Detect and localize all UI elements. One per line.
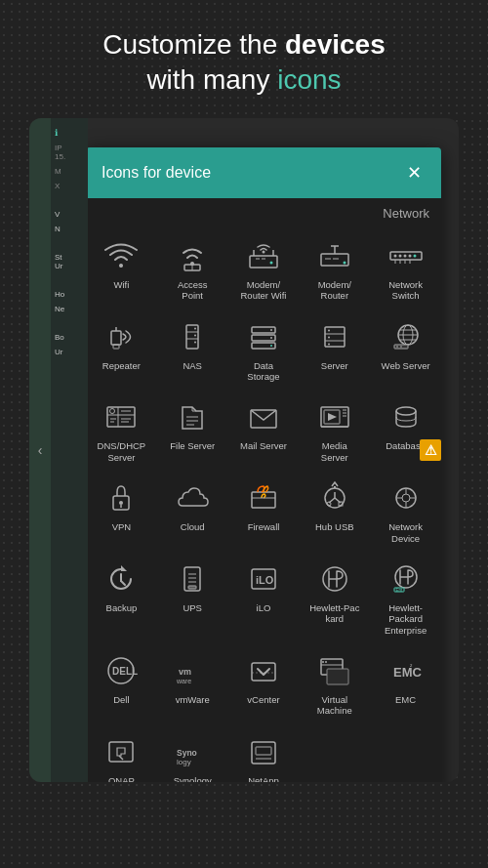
icon-vpn-label: VPN: [112, 521, 132, 532]
icon-backup[interactable]: Backup: [86, 552, 157, 643]
icon-server-label: Server: [321, 360, 348, 371]
svg-point-22: [413, 254, 416, 257]
header-icons: icons: [277, 64, 341, 95]
icon-netapp-label: NetApp: [248, 775, 279, 782]
n-label: N: [55, 225, 84, 233]
icon-network-switch[interactable]: NetworkSwitch: [370, 228, 441, 310]
icon-backup-label: Backup: [106, 602, 138, 613]
dialog-title: Icons for device: [102, 164, 211, 182]
ho-label: Ho: [55, 290, 84, 299]
icon-wifi[interactable]: Wifi: [86, 228, 157, 310]
svg-point-34: [194, 334, 196, 336]
icon-modem-router-wifi[interactable]: Modem/Router Wifi: [228, 228, 300, 310]
icon-hub-usb-label: Hub USB: [315, 521, 354, 532]
icon-dell-label: Dell: [113, 694, 129, 705]
svg-rect-4: [250, 256, 277, 268]
svg-text:EMC: EMC: [393, 665, 423, 680]
icon-synology[interactable]: Syno logy Synology: [157, 724, 228, 782]
svg-rect-102: [188, 586, 196, 589]
icon-hp[interactable]: Hewlett-Packard: [299, 552, 370, 643]
svg-point-19: [398, 254, 401, 257]
icon-hub-usb[interactable]: Hub USB: [299, 471, 370, 552]
svg-point-46: [328, 336, 330, 338]
svg-rect-56: [107, 407, 135, 427]
icon-ilo[interactable]: iLO iLO: [228, 552, 300, 643]
svg-point-118: [322, 661, 324, 663]
svg-point-21: [408, 254, 411, 257]
icon-vcenter[interactable]: vCenter: [228, 643, 300, 724]
icon-modem-router-label: Modem/Router: [318, 279, 351, 302]
x-label: X: [55, 182, 84, 190]
icon-file-server-label: File Server: [170, 440, 215, 451]
icon-wifi-label: Wifi: [113, 279, 129, 290]
icon-server[interactable]: Server: [299, 310, 370, 391]
icon-modem-router[interactable]: Modem/Router: [299, 228, 370, 310]
svg-line-97: [121, 581, 125, 585]
icon-nas-label: NAS: [183, 360, 202, 371]
icons-dialog: Icons for device ✕ Network Wifi: [86, 147, 441, 782]
icon-cloud[interactable]: Cloud: [157, 471, 228, 552]
svg-point-40: [270, 337, 272, 339]
icon-media-server-label: MediaServer: [321, 440, 348, 463]
back-panel[interactable]: ‹: [29, 118, 51, 782]
svg-point-39: [270, 329, 272, 331]
icon-network-device-label: NetworkDevice: [388, 521, 423, 544]
device-info-panel: ℹ IP15. M X V N StUr Ho Ne Bo Ur: [51, 118, 88, 782]
svg-rect-30: [186, 325, 198, 349]
svg-point-90: [402, 494, 410, 502]
icon-web-server[interactable]: Web Server: [370, 310, 441, 391]
svg-point-47: [328, 343, 330, 345]
icon-network-device[interactable]: NetworkDevice: [370, 471, 441, 552]
icon-mail-server[interactable]: Mail Server: [228, 390, 300, 471]
icon-synology-label: Synology: [174, 775, 212, 782]
icon-dell[interactable]: DELL Dell: [86, 643, 157, 724]
icon-web-server-label: Web Server: [382, 360, 430, 371]
icon-emc[interactable]: EMC ² EMC: [370, 643, 441, 724]
icon-mail-server-label: Mail Server: [240, 440, 287, 451]
icon-data-storage-label: DataStorage: [247, 360, 279, 383]
icon-vmware-label: vmWare: [176, 694, 210, 705]
svg-point-76: [396, 407, 416, 415]
icon-emc-label: EMC: [395, 694, 416, 705]
icon-netapp[interactable]: NetApp: [228, 724, 300, 782]
ip-label: IP15.: [55, 144, 84, 161]
svg-text:Syno: Syno: [177, 748, 197, 758]
icon-qnap[interactable]: QNAP: [86, 724, 157, 782]
svg-rect-42: [325, 327, 345, 347]
icon-ups[interactable]: UPS: [157, 552, 228, 643]
svg-rect-27: [111, 331, 121, 345]
close-button[interactable]: ✕: [402, 161, 426, 185]
icon-firewall[interactable]: Firewall: [228, 471, 300, 552]
section-label: Network: [86, 198, 441, 225]
icon-file-server[interactable]: File Server: [157, 390, 228, 471]
icons-grid: Wifi AccessPoint: [86, 225, 441, 782]
svg-point-10: [269, 261, 272, 264]
svg-point-119: [325, 661, 327, 663]
icon-nas[interactable]: NAS: [157, 310, 228, 391]
icon-repeater[interactable]: Repeater: [86, 310, 157, 391]
icon-vmware[interactable]: vm ware vmWare: [157, 643, 228, 724]
icon-access-point[interactable]: AccessPoint: [157, 228, 228, 310]
header-text-2: with many: [146, 64, 277, 95]
svg-text:logy: logy: [177, 758, 191, 766]
icon-modem-router-wifi-label: Modem/Router Wifi: [241, 279, 287, 302]
svg-point-78: [119, 501, 123, 505]
svg-rect-113: [252, 663, 275, 681]
icon-hp-label: Hewlett-Packard: [309, 602, 359, 625]
svg-marker-74: [328, 413, 337, 421]
page-header: Customize the devices with many icons: [0, 0, 488, 118]
svg-point-20: [403, 254, 406, 257]
icon-hpe[interactable]: Ent Hewlett-PackardEnterprise: [370, 552, 441, 643]
icon-virtual-machine[interactable]: VirtualMachine: [299, 643, 370, 724]
warning-icon: ⚠: [425, 442, 437, 458]
svg-point-59: [110, 409, 115, 414]
icon-ilo-label: iLO: [257, 602, 271, 613]
icon-vpn[interactable]: VPN: [86, 471, 157, 552]
ur-label: Ur: [55, 348, 84, 356]
svg-rect-116: [327, 669, 348, 684]
icon-media-server[interactable]: MediaServer: [299, 390, 370, 471]
svg-text:vm: vm: [179, 667, 191, 677]
icon-access-point-label: AccessPoint: [178, 279, 208, 302]
icon-data-storage[interactable]: DataStorage: [228, 310, 300, 391]
icon-dns-dhcp[interactable]: DNS/DHCPServer: [86, 390, 157, 471]
